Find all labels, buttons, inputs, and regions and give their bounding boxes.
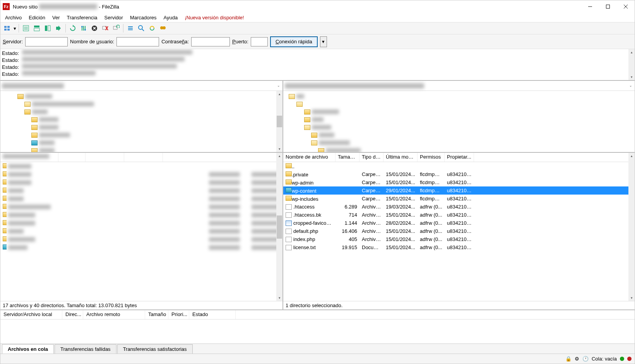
col-mod[interactable]: Última mod... [383,153,418,162]
file-name: default.php [293,228,318,234]
log-scrollbar[interactable]: ▴▾ [628,49,635,80]
menu-update-notice[interactable]: ¡Nueva versión disponible! [181,14,247,21]
remote-row-.htaccess.bk[interactable]: .htaccess.bk714Archivo ...15/01/2024...a… [283,211,635,219]
local-status: 17 archivos y 40 directorios. Tamaño tot… [0,301,282,309]
remote-row-default.php[interactable]: default.php16.406Archivo ...15/01/2024..… [283,227,635,235]
remote-row-index.php[interactable]: index.php405Archivo ...15/01/2024...adfr… [283,235,635,243]
qcol-dir[interactable]: Direc... [62,310,83,319]
refresh-icon[interactable] [68,23,78,33]
file-size: 16.406 [335,228,359,234]
menu-ayuda[interactable]: Ayuda [161,14,181,21]
svg-rect-6 [4,29,7,31]
remote-row-wp-admin[interactable]: wp-adminCarpeta ...15/01/2024...flcdmpe … [283,178,635,186]
svg-point-31 [163,26,166,29]
remote-list-scrollbar[interactable]: ▴▾ [628,153,635,301]
qcol-server[interactable]: Servidor/Archivo local [0,310,62,319]
svg-rect-1 [606,5,610,9]
file-owner: u8342108... [445,220,474,226]
process-queue-icon[interactable] [79,23,89,33]
menu-edicion[interactable]: Edición [26,14,48,21]
local-list-scrollbar[interactable]: ▴▾ [276,153,282,301]
file-perm: adfrw (0... [418,220,445,226]
tab-queued[interactable]: Archivos en cola [2,344,54,354]
menu-ver[interactable]: Ver [49,14,63,21]
file-owner: u8342108... [445,244,474,250]
username-input[interactable] [116,37,159,46]
file-perm: adfrw (0... [418,228,445,234]
remote-row-.private[interactable]: .privateCarpeta ...15/01/2024...flcdmpe … [283,170,635,178]
file-size: 405 [335,236,359,242]
remote-row-..[interactable]: .. [283,162,635,170]
col-size[interactable]: Tamaño... [335,153,359,162]
col-perm[interactable]: Permisos [418,153,445,162]
toggle-queue-icon[interactable] [53,23,63,33]
file-name: wp-includes [292,196,318,202]
file-perm: flcdmpe ... [418,171,445,177]
app-icon: Fz [3,3,10,10]
compare-icon[interactable] [136,23,146,33]
local-path-dropdown[interactable]: ⌄ [276,82,282,89]
toggle-remote-tree-icon[interactable] [43,23,53,33]
menu-marcadores[interactable]: Marcadores [127,14,160,21]
remote-path-row[interactable]: ⌄ [283,81,635,91]
server-input[interactable] [25,37,68,46]
svg-point-28 [139,26,142,29]
toggle-log-icon[interactable] [21,23,31,33]
file-perm: adfrw (0... [418,236,445,242]
title-suffix: - FileZilla [99,4,119,10]
tab-failed[interactable]: Transferencias fallidas [55,344,116,354]
disconnect-icon[interactable] [100,23,110,33]
file-mod: 15/01/2024... [383,212,418,218]
qcol-prio[interactable]: Priori... [168,310,189,319]
message-log[interactable]: Estado: Estado: Estado: Estado: ▴▾ [0,49,635,81]
status-dot-red [627,357,632,361]
password-input[interactable] [191,37,230,46]
site-manager-dropdown[interactable]: ▾ [13,23,17,33]
col-name[interactable]: Nombre de archivo [283,153,335,162]
svg-rect-7 [7,29,10,31]
sync-browse-icon[interactable] [147,23,157,33]
filter-icon[interactable] [125,23,135,33]
col-type[interactable]: Tipo de ... [359,153,383,162]
clock-icon[interactable]: 🕐 [582,356,589,362]
local-tree[interactable]: ▴▾ [0,91,282,153]
lock-icon[interactable]: 🔒 [565,356,572,362]
qcol-remote[interactable]: Archivo remoto [83,310,145,319]
tab-success[interactable]: Transferencias satisfactorias [117,344,193,354]
remote-row-.htaccess[interactable]: .htaccess6.289Archivo ...19/03/2024...ad… [283,203,635,211]
quickconnect-dropdown[interactable]: ▾ [320,36,327,47]
quickconnect-button[interactable]: Conexión rápida [270,36,318,47]
gear-icon[interactable]: ⚙ [575,356,579,362]
file-name: .private [292,172,308,178]
site-manager-icon[interactable] [2,23,12,33]
qcol-status[interactable]: Estado [189,310,236,319]
file-type: Archivo ... [359,204,383,210]
port-input[interactable] [251,37,268,46]
search-icon[interactable] [158,23,168,33]
remote-row-wp-includes[interactable]: wp-includesCarpeta ...15/01/2024...flcdm… [283,195,635,203]
menu-servidor[interactable]: Servidor [101,14,126,21]
remote-path-dropdown[interactable]: ⌄ [628,82,634,89]
file-type: Carpeta ... [359,171,383,177]
file-perm: adfrw (0... [418,204,445,210]
local-tree-scrollbar[interactable]: ▴▾ [276,91,282,152]
minimize-button[interactable] [581,0,599,13]
remote-row-wp-content[interactable]: wp-contentCarpeta ...29/01/2024...flcdmp… [283,186,635,195]
remote-filelist[interactable]: Nombre de archivo Tamaño... Tipo de ... … [283,153,635,301]
toggle-local-tree-icon[interactable] [32,23,42,33]
remote-row-license.txt[interactable]: license.txt19.915Docume...15/01/2024...a… [283,243,635,251]
remote-row-cropped-favicon...[interactable]: cropped-favicon...1.144Archivo ...28/02/… [283,219,635,227]
queue-body[interactable] [0,320,635,343]
reconnect-icon[interactable] [111,23,121,33]
menu-transferencia[interactable]: Transferencia [64,14,101,21]
cancel-icon[interactable] [89,23,99,33]
remote-tree[interactable]: +public_html [283,91,635,153]
local-path-row[interactable]: ⌄ [0,81,282,91]
qcol-size[interactable]: Tamaño [145,310,168,319]
menu-archivo[interactable]: Archivo [2,14,25,21]
title-redacted [39,4,97,9]
close-button[interactable] [617,0,635,13]
local-filelist[interactable]: ▴▾ [0,153,282,301]
col-owner[interactable]: Propietar... [445,153,474,162]
maximize-button[interactable] [599,0,617,13]
